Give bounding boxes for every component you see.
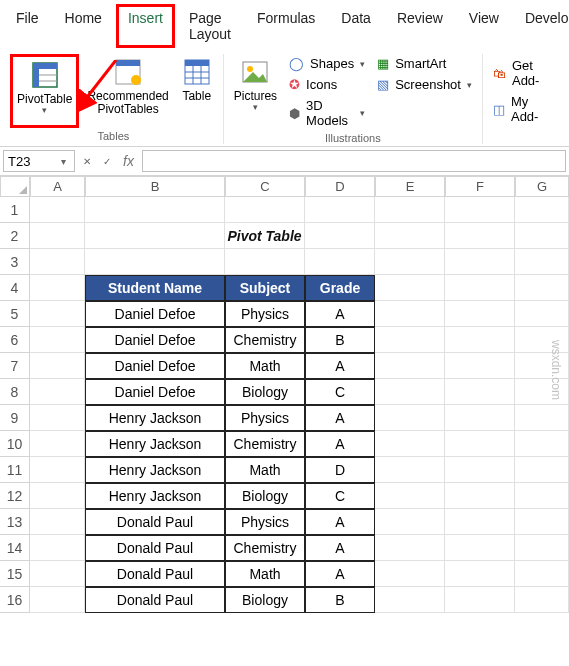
cell[interactable]: Math [225, 561, 305, 587]
cell[interactable]: Daniel Defoe [85, 379, 225, 405]
cell[interactable]: Biology [225, 483, 305, 509]
cell[interactable] [515, 301, 569, 327]
cell[interactable] [445, 379, 515, 405]
cell[interactable]: A [305, 535, 375, 561]
row-header[interactable]: 8 [0, 379, 30, 405]
tab-home[interactable]: Home [53, 4, 114, 48]
tab-review[interactable]: Review [385, 4, 455, 48]
select-all-corner[interactable] [0, 177, 30, 197]
cell[interactable] [375, 223, 445, 249]
row-header[interactable]: 5 [0, 301, 30, 327]
col-header[interactable]: B [85, 177, 225, 197]
cell[interactable]: D [305, 457, 375, 483]
cell[interactable] [375, 301, 445, 327]
cell[interactable] [30, 509, 85, 535]
cell[interactable] [30, 223, 85, 249]
row-header[interactable]: 6 [0, 327, 30, 353]
smartart-button[interactable]: ▦SmartArt [373, 54, 476, 73]
cell[interactable] [445, 405, 515, 431]
cell[interactable]: Pivot Table [225, 223, 305, 249]
cell[interactable] [445, 275, 515, 301]
row-header[interactable]: 4 [0, 275, 30, 301]
cell[interactable]: A [305, 561, 375, 587]
cell[interactable]: C [305, 483, 375, 509]
tab-insert[interactable]: Insert [116, 4, 175, 48]
fx-icon[interactable]: fx [119, 153, 138, 169]
cell[interactable]: Chemistry [225, 327, 305, 353]
worksheet-grid[interactable]: A B C D E F G 12Pivot Table34Student Nam… [0, 176, 569, 613]
cell[interactable] [30, 197, 85, 223]
col-header[interactable]: A [30, 177, 85, 197]
cell[interactable] [30, 405, 85, 431]
cell[interactable] [85, 249, 225, 275]
cell[interactable] [375, 457, 445, 483]
cell[interactable]: Student Name [85, 275, 225, 301]
icons-button[interactable]: ✪Icons [285, 75, 369, 94]
col-header[interactable]: G [515, 177, 569, 197]
cell[interactable]: A [305, 431, 375, 457]
cell[interactable] [30, 587, 85, 613]
cell[interactable] [30, 457, 85, 483]
cell[interactable] [375, 197, 445, 223]
cell[interactable]: Donald Paul [85, 509, 225, 535]
my-addins-button[interactable]: ◫My Add- [489, 92, 559, 126]
cell[interactable] [30, 379, 85, 405]
cell[interactable]: Subject [225, 275, 305, 301]
cell[interactable]: Chemistry [225, 535, 305, 561]
cell[interactable] [515, 275, 569, 301]
cell[interactable] [445, 483, 515, 509]
cell[interactable]: Henry Jackson [85, 405, 225, 431]
table-button[interactable]: Table [177, 54, 217, 128]
row-header[interactable]: 13 [0, 509, 30, 535]
tab-page-layout[interactable]: Page Layout [177, 4, 243, 48]
cell[interactable] [515, 249, 569, 275]
cell[interactable] [305, 223, 375, 249]
cell[interactable] [515, 535, 569, 561]
cell[interactable] [445, 197, 515, 223]
cell[interactable] [375, 327, 445, 353]
col-header[interactable]: D [305, 177, 375, 197]
cell[interactable]: Chemistry [225, 431, 305, 457]
tab-view[interactable]: View [457, 4, 511, 48]
cell[interactable] [30, 431, 85, 457]
cell[interactable] [375, 561, 445, 587]
cell[interactable]: Henry Jackson [85, 431, 225, 457]
cell[interactable] [375, 353, 445, 379]
cell[interactable] [375, 275, 445, 301]
row-header[interactable]: 7 [0, 353, 30, 379]
tab-formulas[interactable]: Formulas [245, 4, 327, 48]
cell[interactable]: Daniel Defoe [85, 301, 225, 327]
cell[interactable] [375, 535, 445, 561]
cell[interactable] [375, 431, 445, 457]
cell[interactable] [445, 327, 515, 353]
cell[interactable]: B [305, 327, 375, 353]
cell[interactable] [30, 249, 85, 275]
name-box[interactable]: T23▾ [3, 150, 75, 172]
3dmodels-button[interactable]: ⬢3D Models▾ [285, 96, 369, 130]
shapes-button[interactable]: ◯Shapes▾ [285, 54, 369, 73]
cell[interactable]: A [305, 509, 375, 535]
cell[interactable]: Henry Jackson [85, 483, 225, 509]
cell[interactable]: Daniel Defoe [85, 327, 225, 353]
row-header[interactable]: 10 [0, 431, 30, 457]
cell[interactable] [515, 223, 569, 249]
cell[interactable] [30, 301, 85, 327]
cell[interactable] [515, 509, 569, 535]
cell[interactable]: A [305, 301, 375, 327]
row-header[interactable]: 15 [0, 561, 30, 587]
cell[interactable] [445, 353, 515, 379]
cell[interactable] [375, 587, 445, 613]
cell[interactable]: C [305, 379, 375, 405]
cell[interactable]: Donald Paul [85, 561, 225, 587]
cancel-icon[interactable]: ✕ [79, 156, 95, 167]
cell[interactable] [85, 223, 225, 249]
cell[interactable] [445, 561, 515, 587]
cell[interactable] [85, 197, 225, 223]
cell[interactable]: Math [225, 353, 305, 379]
cell[interactable] [515, 431, 569, 457]
cell[interactable]: Grade [305, 275, 375, 301]
check-icon[interactable]: ✓ [99, 156, 115, 167]
cell[interactable]: Biology [225, 379, 305, 405]
cell[interactable]: Henry Jackson [85, 457, 225, 483]
cell[interactable] [375, 483, 445, 509]
